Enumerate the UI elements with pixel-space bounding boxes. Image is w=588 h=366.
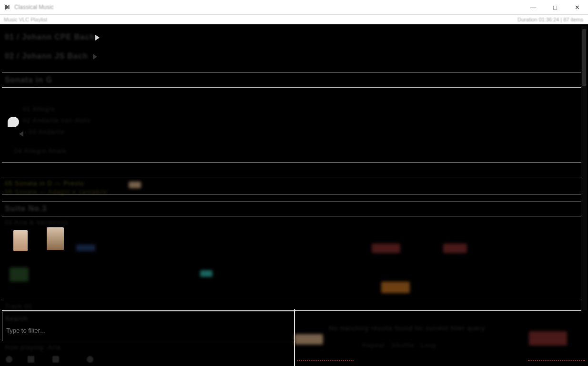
badge xyxy=(76,244,95,251)
subtitle-label: Music VLC Playlist xyxy=(4,17,47,22)
separator xyxy=(2,202,581,202)
close-icon: ✕ xyxy=(575,4,580,11)
scrollbar-thumb[interactable] xyxy=(582,29,586,86)
minimize-icon: — xyxy=(530,4,537,11)
thumb xyxy=(372,244,400,253)
thumb xyxy=(381,282,410,293)
maximize-button[interactable]: □ xyxy=(544,0,566,14)
highlight-border xyxy=(2,194,581,194)
album-art-icon xyxy=(8,117,19,127)
status-text: Repeat · Shuffle · Loop xyxy=(362,342,436,349)
status-text: No matching results found for current fi… xyxy=(329,325,485,332)
expand-icon[interactable] xyxy=(95,35,100,41)
track-item-selected[interactable]: 05 Sonata in D — Presto xyxy=(5,180,84,187)
shuffle-icon[interactable] xyxy=(28,356,34,363)
group-header[interactable]: Sonata in G xyxy=(5,76,52,84)
separator xyxy=(2,300,581,300)
thumb xyxy=(529,331,567,346)
separator xyxy=(2,310,581,311)
separator xyxy=(2,87,581,88)
badge xyxy=(200,270,213,277)
playlist-panel: 01 / Johann CPE Bach 02 / Johann JS Bach… xyxy=(0,24,588,366)
svg-rect-1 xyxy=(8,5,10,9)
collapse-icon[interactable] xyxy=(19,131,23,137)
status-right: Duration 01:36:24 | 87 items xyxy=(517,17,583,22)
menu-bar: Music VLC Playlist Duration 01:36:24 | 8… xyxy=(0,15,588,24)
maximize-icon: □ xyxy=(553,4,557,11)
window-title: Classical Music xyxy=(14,4,54,10)
group-header[interactable]: 01 / Johann CPE Bach xyxy=(5,33,95,41)
highlight-border xyxy=(2,177,581,177)
info-icon[interactable] xyxy=(87,356,93,363)
track-item[interactable]: 02 Andante con moto xyxy=(23,117,91,124)
spell-underline xyxy=(297,358,354,361)
thumb xyxy=(10,267,29,282)
group-header[interactable]: 02 / Johann JS Bach xyxy=(5,52,88,61)
close-button[interactable]: ✕ xyxy=(566,0,588,14)
track-item[interactable]: 01 Allegro xyxy=(23,105,55,112)
separator xyxy=(2,72,581,72)
now-playing-label: Now playing: Aria xyxy=(5,344,61,351)
album-art[interactable] xyxy=(47,227,64,250)
search-input[interactable] xyxy=(5,325,288,336)
separator xyxy=(2,216,581,216)
window-controls: — □ ✕ xyxy=(522,0,588,14)
repeat-icon[interactable] xyxy=(6,356,12,363)
svg-marker-0 xyxy=(5,4,8,10)
search-label: Search xyxy=(5,315,28,322)
titlebar: Classical Music — □ ✕ xyxy=(0,0,588,15)
thumb xyxy=(294,334,323,345)
album-art[interactable] xyxy=(13,230,28,251)
track-item[interactable]: 03 Andante xyxy=(29,128,65,135)
expand-icon[interactable] xyxy=(93,54,97,60)
scrollbar[interactable] xyxy=(581,26,587,310)
search-box[interactable]: Search xyxy=(2,312,294,341)
group-header[interactable]: Suite No.3 xyxy=(5,204,47,213)
minimize-button[interactable]: — xyxy=(522,0,544,14)
thumb xyxy=(443,244,467,253)
separator xyxy=(2,163,581,163)
badge xyxy=(129,182,141,188)
loop-icon[interactable] xyxy=(52,356,59,363)
track-item[interactable]: 01 Aria & Variations xyxy=(5,219,68,226)
spell-underline xyxy=(528,358,585,361)
track-item[interactable]: Track 01 xyxy=(5,303,32,310)
app-icon xyxy=(3,3,11,11)
track-item[interactable]: 04 Allegro finale xyxy=(14,147,67,154)
